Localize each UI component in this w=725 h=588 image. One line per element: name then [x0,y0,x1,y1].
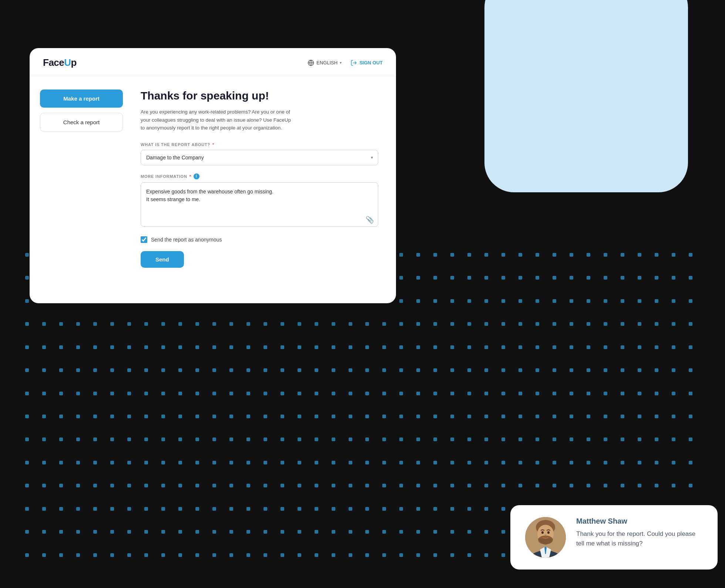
response-card: Matthew Shaw Thank you for the report. C… [510,505,718,570]
responder-name: Matthew Shaw [576,517,703,526]
logo-face-text: Face [43,57,64,68]
report-about-group: WHAT IS THE REPORT ABOUT? * Damage to th… [141,142,378,165]
more-info-textarea[interactable]: Expensive goods from the warehouse often… [141,182,378,227]
card-body: Make a report Check a report Thanks for … [30,76,396,281]
report-about-label: WHAT IS THE REPORT ABOUT? * [141,142,378,147]
logo-p-text: p [71,57,77,68]
header-right: ENGLISH ▾ SIGN OUT [308,60,383,66]
main-content: Thanks for speaking up! Are you experien… [133,76,396,281]
chevron-down-icon: ▾ [340,61,342,65]
required-star: * [212,142,214,147]
report-about-label-text: WHAT IS THE REPORT ABOUT? [141,142,210,147]
info-icon[interactable]: i [194,173,199,179]
more-info-label-text: MORE INFORMATION [141,174,187,179]
report-about-select-wrapper: Damage to the Company Harassment Fraud S… [141,150,378,165]
page-title: Thanks for speaking up! [141,89,378,102]
attachment-icon[interactable]: 📎 [366,216,374,224]
avatar-wrapper [525,517,566,558]
more-info-label: MORE INFORMATION * i [141,173,378,179]
svg-point-7 [541,531,544,534]
more-info-textarea-wrapper: Expensive goods from the warehouse often… [141,182,378,228]
page-description: Are you experiencing any work-related pr… [141,108,296,132]
language-selector[interactable]: ENGLISH ▾ [308,60,342,66]
more-info-group: MORE INFORMATION * i Expensive goods fro… [141,173,378,228]
language-label: ENGLISH [316,60,338,65]
response-text-area: Matthew Shaw Thank you for the report. C… [576,517,703,549]
sidebar: Make a report Check a report [30,76,133,281]
logo-u-text: U [64,57,71,68]
card-header: FaceUp ENGLISH ▾ SIGN OUT [30,48,396,76]
response-message: Thank you for the report. Could you plea… [576,529,703,549]
anonymous-checkbox-row: Send the report as anonymous [141,236,378,243]
logo: FaceUp [43,57,77,68]
signout-label: SIGN OUT [359,60,383,65]
make-report-button[interactable]: Make a report [40,89,123,108]
main-card: FaceUp ENGLISH ▾ SIGN OUT [30,48,396,303]
signout-icon [350,60,357,66]
svg-point-8 [547,531,550,534]
check-report-button[interactable]: Check a report [40,113,123,132]
anonymous-checkbox[interactable] [141,236,147,243]
decorative-circle [484,0,688,192]
send-button[interactable]: Send [141,251,184,268]
globe-icon [308,60,314,66]
report-about-select[interactable]: Damage to the Company Harassment Fraud S… [141,150,378,165]
avatar [525,517,566,558]
signout-button[interactable]: SIGN OUT [350,60,383,66]
anonymous-label: Send the report as anonymous [151,237,222,243]
more-info-required-star: * [189,174,191,179]
avatar-image [525,517,566,558]
